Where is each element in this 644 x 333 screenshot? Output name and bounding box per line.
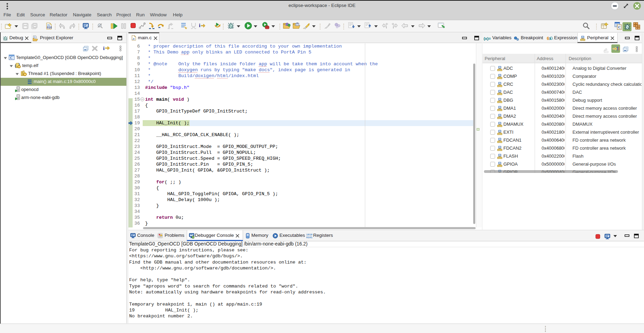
svg-text:i: i bbox=[199, 23, 200, 28]
svg-text:.c: .c bbox=[132, 37, 135, 40]
svg-text:1010: 1010 bbox=[306, 233, 312, 236]
svg-text:(x)=: (x)= bbox=[484, 36, 491, 41]
svg-text:...: ... bbox=[604, 51, 606, 53]
svg-text:010: 010 bbox=[47, 26, 52, 29]
svg-text:C: C bbox=[618, 25, 621, 29]
svg-text:0101: 0101 bbox=[306, 236, 312, 239]
svg-text:C: C bbox=[10, 56, 13, 60]
svg-text:i: i bbox=[103, 45, 104, 51]
